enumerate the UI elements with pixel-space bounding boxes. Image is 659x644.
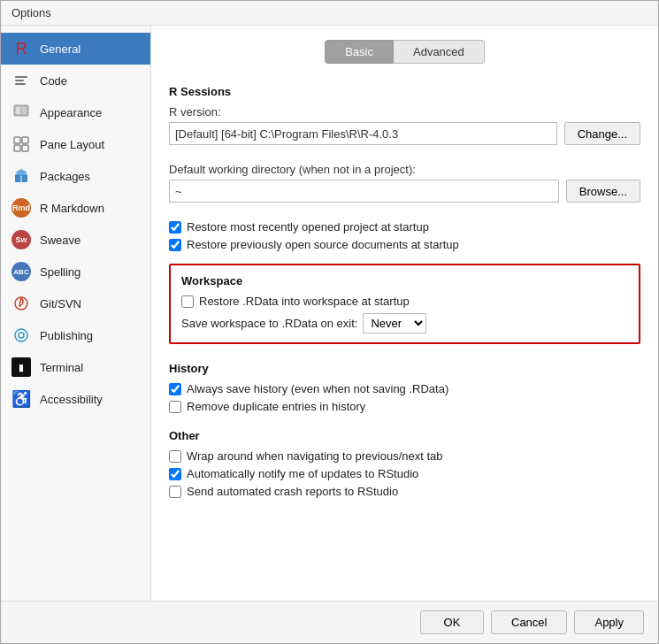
sweave-icon: Sw xyxy=(11,230,31,249)
sidebar-label-appearance: Appearance xyxy=(40,106,102,119)
sidebar: R General Code Appearance Pane Layout xyxy=(1,26,151,601)
svg-point-15 xyxy=(19,333,24,338)
save-workspace-select[interactable]: Never Always Ask xyxy=(363,313,426,334)
sidebar-item-appearance[interactable]: Appearance xyxy=(1,96,150,128)
r-version-group: R version: Change... xyxy=(169,105,640,154)
svg-rect-8 xyxy=(14,145,20,151)
sidebar-label-terminal: Terminal xyxy=(40,361,83,374)
crash-reports-checkbox[interactable] xyxy=(169,486,181,498)
publishing-icon xyxy=(11,326,31,345)
auto-notify-checkbox[interactable] xyxy=(169,468,181,480)
r-version-label: R version: xyxy=(169,105,640,119)
workspace-box: Workspace Restore .RData into workspace … xyxy=(169,264,640,344)
dialog-footer: OK Cancel Apply xyxy=(1,601,658,643)
sidebar-item-code[interactable]: Code xyxy=(1,65,150,96)
appearance-icon xyxy=(11,103,31,122)
restore-source-checkbox[interactable] xyxy=(169,239,181,251)
r-version-input[interactable] xyxy=(169,122,557,145)
auto-notify-row: Automatically notify me of updates to RS… xyxy=(169,467,640,480)
sidebar-label-packages: Packages xyxy=(40,170,90,183)
restore-rdata-checkbox[interactable] xyxy=(181,295,194,308)
svg-rect-6 xyxy=(14,137,20,143)
always-save-history-row: Always save history (even when not savin… xyxy=(169,382,640,395)
always-save-history-label: Always save history (even when not savin… xyxy=(187,382,448,395)
r-sessions-title: R Sessions xyxy=(169,85,640,98)
sidebar-label-accessibility: Accessibility xyxy=(40,393,103,406)
workspace-title: Workspace xyxy=(181,274,628,288)
tab-advanced[interactable]: Advanced xyxy=(394,40,485,64)
save-workspace-row: Save workspace to .RData on exit: Never … xyxy=(181,313,628,334)
sidebar-label-publishing: Publishing xyxy=(40,329,93,342)
r-markdown-icon: Rmd xyxy=(11,198,31,218)
sidebar-item-packages[interactable]: Packages xyxy=(1,160,150,192)
working-dir-label: Default working directory (when not in a… xyxy=(169,163,640,176)
terminal-icon: ▮ xyxy=(11,357,31,377)
remove-duplicates-row: Remove duplicate entries in history xyxy=(169,400,640,413)
dialog-body: R General Code Appearance Pane Layout xyxy=(1,26,658,601)
sidebar-label-r-markdown: R Markdown xyxy=(40,202,104,215)
general-icon: R xyxy=(11,39,31,58)
sidebar-label-git-svn: Git/SVN xyxy=(40,297,81,310)
sidebar-item-terminal[interactable]: ▮ Terminal xyxy=(1,351,150,383)
restore-rdata-row: Restore .RData into workspace at startup xyxy=(181,295,628,308)
always-save-history-checkbox[interactable] xyxy=(169,383,181,395)
sidebar-item-pane-layout[interactable]: Pane Layout xyxy=(1,128,150,160)
wrap-around-label: Wrap around when navigating to previous/… xyxy=(187,449,443,463)
remove-duplicates-checkbox[interactable] xyxy=(169,401,181,413)
pane-layout-icon xyxy=(11,134,31,154)
working-dir-input[interactable] xyxy=(169,180,559,203)
restore-source-label: Restore previously open source documents… xyxy=(187,238,459,251)
auto-notify-label: Automatically notify me of updates to RS… xyxy=(187,467,418,480)
packages-icon xyxy=(11,166,31,186)
wrap-around-row: Wrap around when navigating to previous/… xyxy=(169,449,640,463)
change-button[interactable]: Change... xyxy=(564,122,640,145)
restore-project-row: Restore most recently opened project at … xyxy=(169,220,640,234)
sidebar-item-publishing[interactable]: Publishing xyxy=(1,319,150,351)
restore-project-label: Restore most recently opened project at … xyxy=(187,220,429,234)
svg-rect-1 xyxy=(15,80,24,81)
svg-rect-7 xyxy=(22,137,28,143)
title-bar: Options xyxy=(1,1,658,26)
cancel-button[interactable]: Cancel xyxy=(491,610,567,634)
svg-rect-4 xyxy=(16,107,20,114)
history-title: History xyxy=(169,362,640,375)
ok-button[interactable]: OK xyxy=(420,610,484,634)
working-dir-row: Browse... xyxy=(169,180,640,203)
dialog-title: Options xyxy=(11,6,51,19)
restore-rdata-label: Restore .RData into workspace at startup xyxy=(199,295,410,308)
working-dir-group: Default working directory (when not in a… xyxy=(169,163,640,211)
code-icon xyxy=(11,71,31,90)
options-dialog: Options R General Code Appearance xyxy=(0,0,659,644)
crash-reports-row: Send automated crash reports to RStudio xyxy=(169,485,640,498)
save-workspace-label: Save workspace to .RData on exit: xyxy=(181,317,357,330)
sidebar-label-code: Code xyxy=(40,74,67,88)
sidebar-item-general[interactable]: R General xyxy=(1,33,150,65)
tab-basic[interactable]: Basic xyxy=(325,40,394,64)
remove-duplicates-label: Remove duplicate entries in history xyxy=(187,400,365,413)
sidebar-item-spelling[interactable]: ABC Spelling xyxy=(1,256,150,288)
restore-project-checkbox[interactable] xyxy=(169,221,181,234)
accessibility-icon: ♿ xyxy=(11,389,31,409)
svg-rect-5 xyxy=(22,107,27,114)
sidebar-label-sweave: Sweave xyxy=(40,234,80,247)
svg-point-14 xyxy=(15,329,27,341)
restore-source-row: Restore previously open source documents… xyxy=(169,238,640,251)
spelling-icon: ABC xyxy=(11,262,31,281)
sidebar-label-general: General xyxy=(40,42,80,56)
apply-button[interactable]: Apply xyxy=(574,610,644,634)
r-version-row: Change... xyxy=(169,122,640,145)
sidebar-item-r-markdown[interactable]: Rmd R Markdown xyxy=(1,192,150,224)
sidebar-item-git-svn[interactable]: Git/SVN xyxy=(1,288,150,319)
sidebar-item-sweave[interactable]: Sw Sweave xyxy=(1,224,150,256)
main-content: Basic Advanced R Sessions R version: Cha… xyxy=(151,26,658,601)
wrap-around-checkbox[interactable] xyxy=(169,450,181,463)
svg-rect-2 xyxy=(15,83,26,85)
svg-rect-0 xyxy=(15,76,27,78)
svg-rect-9 xyxy=(22,145,28,151)
crash-reports-label: Send automated crash reports to RStudio xyxy=(187,485,398,498)
sidebar-item-accessibility[interactable]: ♿ Accessibility xyxy=(1,383,150,415)
tab-bar: Basic Advanced xyxy=(169,40,640,64)
browse-button[interactable]: Browse... xyxy=(566,180,640,203)
git-svn-icon xyxy=(11,294,31,313)
sidebar-label-pane-layout: Pane Layout xyxy=(40,138,104,151)
